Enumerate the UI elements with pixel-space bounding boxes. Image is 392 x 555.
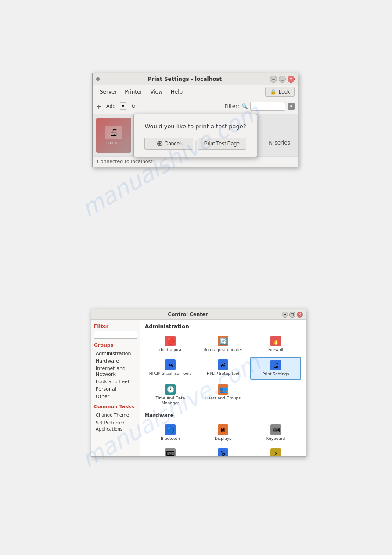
menu-help[interactable]: Help bbox=[167, 88, 186, 96]
item-time-date[interactable]: 🕐 Time And Date Manager bbox=[145, 381, 196, 408]
cc-body: Filter Groups Administration Hardware In… bbox=[91, 320, 306, 456]
refresh-button[interactable]: ↻ bbox=[128, 102, 139, 111]
item-hplip-graphical[interactable]: 🖨 HPLIP Graphical Tools bbox=[145, 357, 196, 380]
sidebar-groups-label: Groups bbox=[94, 342, 137, 348]
keyboard-icon: ⌨ bbox=[270, 424, 281, 435]
sidebar-filter-label: Filter bbox=[94, 323, 137, 329]
filter-area: Filter: 🔍 ✕ bbox=[224, 102, 295, 111]
test-page-dialog: Would you like to print a test page? Can… bbox=[133, 114, 257, 157]
status-text: Connected to localhost bbox=[97, 159, 153, 164]
lock-icon: 🔒 bbox=[270, 89, 277, 95]
dnfdragora-label: dnfdragora bbox=[159, 348, 181, 352]
status-bar: Connected to localhost bbox=[93, 156, 298, 167]
sidebar-filter-input[interactable] bbox=[94, 331, 137, 339]
power-management-icon: ⚡ bbox=[270, 448, 281, 456]
menu-printer[interactable]: Printer bbox=[121, 88, 146, 96]
refresh-icon: ↻ bbox=[131, 103, 136, 109]
filter-label: Filter: bbox=[224, 103, 239, 109]
sidebar-item-internet-and-network[interactable]: Internet and Network bbox=[94, 365, 137, 378]
hplip-graphical-label: HPLIP Graphical Tools bbox=[149, 371, 191, 376]
cancel-button[interactable]: Cancel bbox=[144, 138, 193, 150]
sidebar-item-personal[interactable]: Personal bbox=[94, 385, 137, 393]
menu-view[interactable]: View bbox=[147, 88, 166, 96]
item-displays[interactable]: 🖥 Displays bbox=[198, 422, 248, 444]
add-label: Add bbox=[106, 103, 115, 109]
dnfdragora-updater-label: dnfdragora-updater bbox=[204, 348, 243, 352]
displays-icon: 🖥 bbox=[218, 424, 228, 435]
section-administration: Administration bbox=[145, 323, 301, 330]
lock-label: Lock bbox=[279, 89, 290, 95]
item-print-settings[interactable]: 🖨 Print Settings bbox=[250, 357, 301, 380]
users-groups-icon: 👥 bbox=[218, 384, 228, 395]
cc-titlebar: Control Center − □ × bbox=[91, 309, 306, 320]
time-date-icon: 🕐 bbox=[165, 384, 176, 395]
bluetooth-label: Bluetooth bbox=[161, 436, 180, 441]
keyboard-label: Keyboard bbox=[266, 436, 285, 441]
item-mouse[interactable]: 🖱 Mouse bbox=[198, 446, 248, 456]
clear-filter-button[interactable]: ✕ bbox=[288, 103, 295, 110]
mouse-icon: 🖱 bbox=[218, 448, 228, 456]
item-users-groups[interactable]: 👥 Users and Groups bbox=[198, 381, 248, 408]
minimize-button[interactable]: − bbox=[270, 76, 277, 83]
sidebar-task-change-theme[interactable]: Change Theme bbox=[94, 411, 137, 419]
menu-items: Server Printer View Help bbox=[96, 88, 186, 96]
keyboard-shortcuts-icon: ⌨ bbox=[165, 448, 176, 456]
administration-grid: 🔴 dnfdragora 🔄 dnfdragora-updater 🔥 Fire… bbox=[145, 333, 301, 408]
menu-bar: Server Printer View Help 🔒 Lock bbox=[93, 85, 298, 98]
control-center-window: Control Center − □ × Filter Groups Admin… bbox=[91, 309, 306, 457]
cc-win-controls: − □ × bbox=[282, 312, 303, 318]
lock-button[interactable]: 🔒 Lock bbox=[265, 87, 295, 97]
item-keyboard[interactable]: ⌨ Keyboard bbox=[250, 422, 301, 444]
sidebar-item-administration[interactable]: Administration bbox=[94, 350, 137, 357]
print-test-page-button[interactable]: Print Test Page bbox=[198, 138, 246, 150]
hplip-setup-label: HPLIP Setup tool bbox=[207, 371, 239, 376]
menu-server[interactable]: Server bbox=[96, 88, 120, 96]
section-hardware: Hardware bbox=[145, 412, 301, 418]
cc-maximize-button[interactable]: □ bbox=[289, 312, 295, 318]
users-groups-label: Users and Groups bbox=[205, 396, 241, 401]
dnfdragora-icon: 🔴 bbox=[165, 336, 176, 346]
item-dnfdragora[interactable]: 🔴 dnfdragora bbox=[145, 333, 196, 355]
toolbar: + Add ▾ ↻ Filter: 🔍 ✕ bbox=[93, 98, 298, 114]
cc-sidebar: Filter Groups Administration Hardware In… bbox=[91, 320, 140, 456]
cancel-label: Cancel bbox=[165, 141, 181, 147]
item-firewall[interactable]: 🔥 Firewall bbox=[250, 333, 301, 355]
print-settings-label: Print Settings bbox=[263, 372, 289, 377]
window-titlebar: Print Settings - localhost − □ × bbox=[93, 73, 298, 85]
item-dnfdragora-updater[interactable]: 🔄 dnfdragora-updater bbox=[198, 333, 248, 355]
print-label: Print Test Page bbox=[204, 141, 240, 147]
dialog-buttons: Cancel Print Test Page bbox=[144, 138, 246, 150]
cc-minimize-button[interactable]: − bbox=[282, 312, 288, 318]
dialog-message: Would you like to print a test page? bbox=[144, 123, 246, 130]
hardware-grid: 🔵 Bluetooth 🖥 Displays ⌨ Keyboard ⌨ Keyb… bbox=[145, 422, 301, 456]
close-button[interactable]: × bbox=[288, 76, 295, 83]
item-power-management[interactable]: ⚡ Power Management bbox=[250, 446, 301, 456]
cc-main: Administration 🔴 dnfdragora 🔄 dnfdragora… bbox=[140, 320, 306, 456]
add-dropdown-button[interactable]: ▾ bbox=[120, 102, 126, 110]
sidebar-common-tasks-label: Common Tasks bbox=[94, 404, 137, 410]
add-icon: + bbox=[96, 103, 101, 110]
hplip-setup-icon: 🖨 bbox=[218, 359, 228, 370]
search-icon: 🔍 bbox=[241, 103, 248, 109]
sidebar-item-look-and-feel[interactable]: Look and Feel bbox=[94, 378, 137, 385]
radio-icon bbox=[157, 141, 162, 146]
sidebar-item-hardware[interactable]: Hardware bbox=[94, 357, 137, 365]
print-settings-icon: 🖨 bbox=[270, 360, 281, 370]
add-button[interactable]: Add bbox=[103, 102, 119, 111]
maximize-button[interactable]: □ bbox=[279, 76, 286, 83]
bluetooth-icon: 🔵 bbox=[165, 424, 176, 435]
firewall-label: Firewall bbox=[268, 348, 283, 352]
displays-label: Displays bbox=[215, 436, 231, 441]
item-hplip-setup[interactable]: 🖨 HPLIP Setup tool bbox=[198, 357, 248, 380]
item-keyboard-shortcuts[interactable]: ⌨ Keyboard Shortcuts bbox=[145, 446, 196, 456]
window-dot bbox=[96, 77, 100, 81]
window-title: Print Settings - localhost bbox=[100, 76, 270, 82]
sidebar-task-set-preferred-apps[interactable]: Set Preferred Applications bbox=[94, 419, 137, 433]
printer-area: 🖨 Pantu... N-series Would you like to pr… bbox=[93, 114, 298, 156]
time-date-label: Time And Date Manager bbox=[147, 396, 194, 406]
filter-input[interactable] bbox=[250, 102, 285, 111]
sidebar-item-other[interactable]: Other bbox=[94, 393, 137, 400]
print-settings-window: Print Settings - localhost − □ × Server … bbox=[92, 73, 298, 167]
item-bluetooth[interactable]: 🔵 Bluetooth bbox=[145, 422, 196, 444]
cc-close-button[interactable]: × bbox=[297, 312, 303, 318]
